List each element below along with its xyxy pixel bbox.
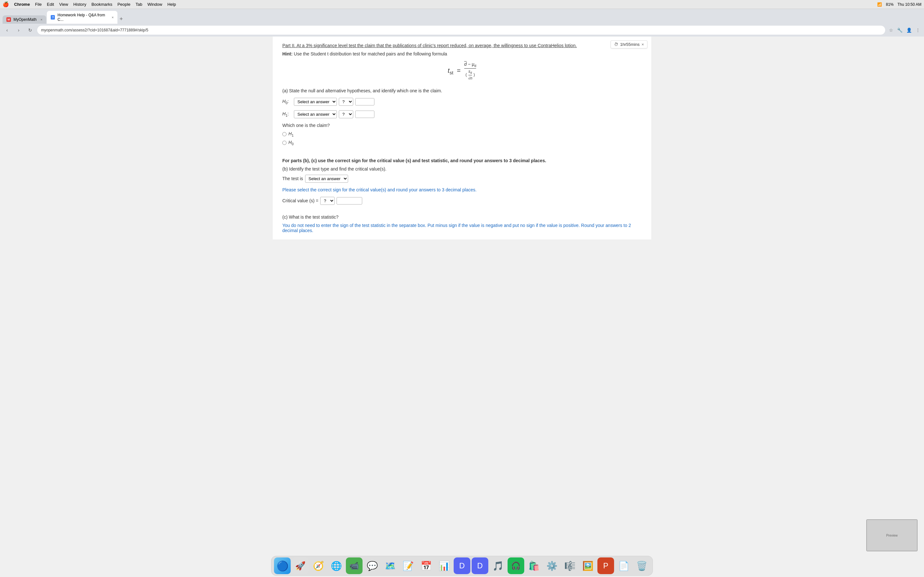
part-label: Part II. [282,43,296,48]
h0-sign-select[interactable]: ? = ≠ < > [339,98,353,106]
tab2-label: Homework Help - Q&A from C... [57,13,108,22]
battery-status: 81% [886,2,893,7]
formula-denominator: ( sd √n ) [465,69,475,81]
menubar-file[interactable]: File [35,2,42,7]
part-text: At a 3% significance level test the clai… [296,43,577,48]
toolbar-icons: ☆ 🔧 👤 ⋮ [888,26,921,34]
menubar-window[interactable]: Window [147,2,162,7]
tab-homework-help[interactable]: ? Homework Help - Q&A from C... × [47,11,118,24]
menubar-tab[interactable]: Tab [136,2,142,7]
tab2-favicon: ? [51,15,55,19]
star-icon[interactable]: ☆ [888,26,895,34]
critical-value-input[interactable] [336,197,362,205]
radio-h0[interactable] [282,141,286,145]
h1-value-input[interactable] [355,111,375,118]
h1-label: H1: [282,111,292,117]
h0-label: H0: [282,99,292,105]
radio-h1[interactable] [282,132,286,136]
test-type-select[interactable]: Select an answer left-tailed right-taile… [305,175,348,183]
menubar-help[interactable]: Help [168,2,176,7]
menubar-edit[interactable]: Edit [47,2,54,7]
formula-box: tst = d − μd ( sd √n ) [282,61,642,81]
page-content: ⏱ 1hr55mins × Part II. At a 3% significa… [273,37,651,239]
critical-value-label: Critical value (s) = [282,198,318,203]
h1-row: H1: Select an answer μd = 0 μd ≠ 0 μd < … [282,110,642,118]
part-title: Part II. At a 3% significance level test… [282,43,642,48]
new-tab-button[interactable]: + [118,15,124,24]
profile-icon[interactable]: 👤 [905,26,913,34]
reload-button[interactable]: ↻ [26,26,35,35]
menubar-bookmarks[interactable]: Bookmarks [91,2,112,7]
critical-value-row: Critical value (s) = ? + − ± [282,197,642,205]
timer-icon: ⏱ [614,42,618,47]
question-b: (b) Identify the test type and find the … [282,166,642,171]
menu-icon[interactable]: ⋮ [914,26,921,34]
timer-label: 1hr55mins [620,42,640,47]
blue-instruction-c: You do not need to enter the sign of the… [282,223,642,233]
radio-h0-label: H0 [288,140,294,146]
tab1-close[interactable]: × [40,18,42,21]
menubar-history[interactable]: History [73,2,86,7]
radio-h1-label: H1 [288,131,294,137]
blue-instruction-b: Please select the correct sign for the c… [282,187,642,192]
hint-text: Hint: Use the Student t distribution tes… [282,51,642,56]
timer-badge: ⏱ 1hr55mins × [611,40,648,48]
address-bar: ‹ › ↻ ☆ 🔧 👤 ⋮ [0,24,924,37]
which-claim-label: Which one is the claim? [282,123,642,128]
clock: Thu 10:50 AM [897,2,921,7]
radio-h1-option[interactable]: H1 [282,131,642,137]
hint-label: Hint: [282,51,292,56]
menubar-chrome[interactable]: Chrome [14,2,30,7]
radio-h0-option[interactable]: H0 [282,140,642,146]
menubar-view[interactable]: View [59,2,68,7]
tab1-favicon: M [6,17,11,22]
formula-numerator: d − μd [464,61,477,69]
extension-icon[interactable]: 🔧 [896,26,904,34]
apple-menu[interactable]: 🍎 [3,1,9,7]
test-type-row: The test is Select an answer left-tailed… [282,175,642,183]
formula-display: tst = d − μd ( sd √n ) [448,67,477,74]
question-a: (a) State the null and alternative hypot… [282,88,642,93]
h0-select[interactable]: Select an answer μd = 0 μd ≠ 0 μd < 0 μd… [294,98,337,106]
browser-chrome: M MyOpenMath × ? Homework Help - Q&A fro… [0,9,924,37]
question-c: (c) What is the test statistic? [282,214,642,219]
h0-row: H0: Select an answer μd = 0 μd ≠ 0 μd < … [282,98,642,106]
h0-value-input[interactable] [355,98,375,105]
back-button[interactable]: ‹ [3,26,11,35]
address-input[interactable] [37,26,885,35]
tab1-label: MyOpenMath [13,17,37,22]
tab2-close[interactable]: × [111,15,113,19]
bold-instruction: For parts (b), (c) use the correct sign … [282,158,642,163]
wifi-icon: 📶 [877,2,882,7]
test-is-label: The test is [282,176,303,181]
h1-select[interactable]: Select an answer μd = 0 μd ≠ 0 μd < 0 μd… [294,110,337,118]
menubar-people[interactable]: People [118,2,130,7]
h1-sign-select[interactable]: ? = ≠ < > [339,110,353,118]
formula-fraction: d − μd ( sd √n ) [464,61,477,81]
critical-sign-select[interactable]: ? + − ± [320,197,334,205]
timer-close[interactable]: × [641,42,644,47]
forward-button[interactable]: › [14,26,23,35]
tab-myopenmath[interactable]: M MyOpenMath × [3,15,46,24]
tab-bar: M MyOpenMath × ? Homework Help - Q&A fro… [0,9,924,24]
hint-detail: Use the Student t distribution test for … [292,51,447,56]
menubar: 🍎 Chrome File Edit View History Bookmark… [0,0,924,9]
